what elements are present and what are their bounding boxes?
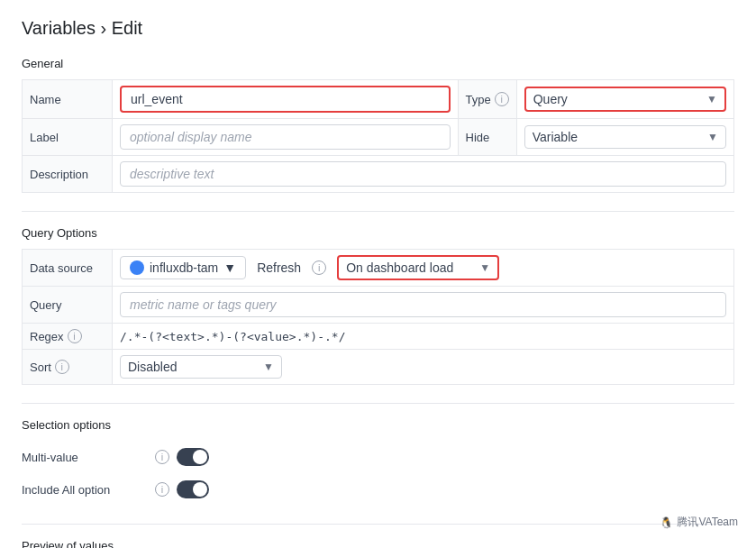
general-section: General Name Type i Query Custom Text bo…	[22, 57, 734, 193]
watermark-icon: 🐧	[660, 516, 673, 529]
selection-options-title: Selection options	[22, 418, 734, 432]
description-row: Description	[23, 156, 734, 193]
sort-row: Sort i Disabled Alphabetical (asc) Alpha…	[23, 350, 734, 385]
type-info-icon[interactable]: i	[495, 92, 509, 106]
multi-value-row: Multi-value i	[22, 441, 734, 473]
selection-options-section: Selection options Multi-value i Include …	[22, 418, 734, 506]
name-input[interactable]	[120, 86, 451, 113]
regex-row: Regex i /.*-(?<text>.*)-(?<value>.*)-.*/	[23, 324, 734, 350]
include-all-row: Include All option i	[22, 473, 734, 506]
regex-label: Regex	[30, 330, 64, 343]
sort-info-icon[interactable]: i	[55, 360, 69, 374]
refresh-select-wrapper[interactable]: On dashboard load Never On time range ch…	[337, 255, 499, 280]
type-chevron-icon: ▼	[706, 93, 717, 105]
include-all-info-icon[interactable]: i	[155, 482, 169, 497]
datasource-row: Data source influxdb-tam ▼ Refresh i On …	[23, 250, 734, 287]
refresh-info-icon[interactable]: i	[312, 260, 326, 275]
watermark-text: 腾讯VATeam	[677, 515, 738, 530]
datasource-icon	[130, 260, 144, 275]
datasource-label: Data source	[23, 250, 113, 287]
label-input[interactable]	[120, 124, 451, 150]
sort-label: Sort	[30, 361, 51, 374]
datasource-button[interactable]: influxdb-tam ▼	[120, 256, 246, 279]
hide-select[interactable]: Variable Label Nothing	[533, 130, 702, 144]
query-options-section-title: Query Options	[22, 226, 734, 240]
type-label: Type	[466, 93, 491, 106]
type-select[interactable]: Query Custom Text box Constant Data sour…	[533, 92, 701, 106]
page-title: Variables › Edit	[22, 18, 734, 39]
hide-chevron-icon: ▼	[707, 131, 718, 143]
refresh-chevron-icon: ▼	[479, 261, 490, 274]
sort-chevron-icon: ▼	[263, 361, 274, 373]
regex-value: /.*-(?<text>.*)-(?<value>.*)-.*/	[120, 330, 345, 343]
divider-3	[22, 524, 734, 525]
multi-value-label: Multi-value	[22, 451, 148, 464]
name-row: Name Type i Query Custom Text box Consta…	[23, 80, 734, 119]
datasource-name: influxdb-tam	[150, 260, 218, 275]
multi-value-info-icon[interactable]: i	[155, 450, 169, 464]
include-all-toggle[interactable]	[177, 480, 209, 498]
watermark: 🐧 腾讯VATeam	[660, 515, 738, 530]
regex-info-icon[interactable]: i	[68, 329, 82, 343]
hide-label: Hide	[458, 119, 516, 156]
description-label: Description	[23, 156, 113, 193]
query-options-section: Query Options Data source influxdb-tam ▼…	[22, 226, 734, 385]
label-label: Label	[23, 119, 113, 156]
general-section-title: General	[22, 57, 734, 70]
sort-select[interactable]: Disabled Alphabetical (asc) Alphabetical…	[128, 360, 258, 374]
query-options-table: Data source influxdb-tam ▼ Refresh i On …	[22, 249, 734, 385]
preview-section: Preview of values None	[22, 539, 734, 548]
hide-select-wrapper[interactable]: Variable Label Nothing ▼	[524, 125, 726, 149]
preview-section-title: Preview of values	[22, 539, 734, 548]
label-row: Label Hide Variable Label Nothing ▼	[23, 119, 734, 156]
multi-value-toggle[interactable]	[177, 448, 209, 466]
refresh-label: Refresh	[257, 260, 301, 275]
query-row: Query	[23, 287, 734, 324]
name-label: Name	[23, 80, 113, 119]
divider-1	[22, 211, 734, 212]
description-input[interactable]	[120, 161, 726, 187]
include-all-label: Include All option	[22, 483, 148, 497]
divider-2	[22, 403, 734, 404]
sort-select-wrapper[interactable]: Disabled Alphabetical (asc) Alphabetical…	[120, 355, 282, 379]
type-select-wrapper[interactable]: Query Custom Text box Constant Data sour…	[524, 87, 726, 112]
query-label: Query	[23, 287, 113, 324]
refresh-select[interactable]: On dashboard load Never On time range ch…	[346, 260, 474, 275]
datasource-chevron-icon: ▼	[223, 260, 236, 275]
general-table: Name Type i Query Custom Text box Consta…	[22, 79, 734, 193]
datasource-refresh-row: influxdb-tam ▼ Refresh i On dashboard lo…	[120, 255, 726, 280]
query-input[interactable]	[120, 292, 726, 317]
